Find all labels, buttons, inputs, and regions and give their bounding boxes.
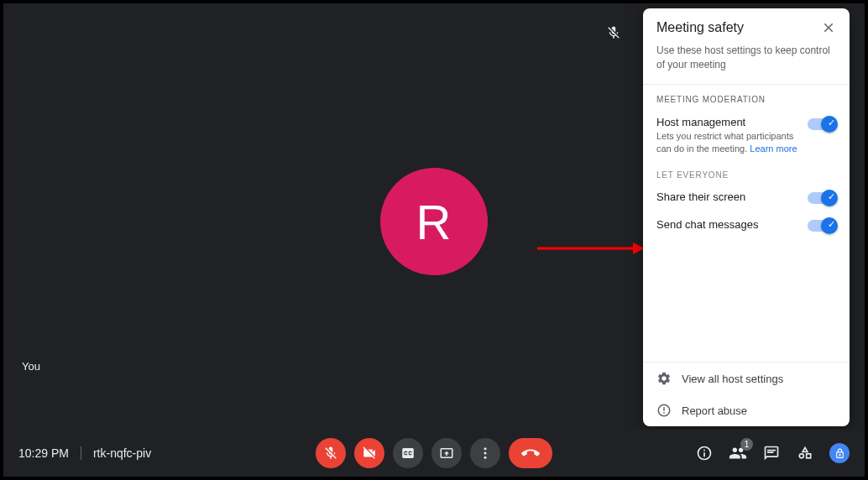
view-all-host-settings-button[interactable]: View all host settings — [643, 363, 850, 394]
activities-button[interactable] — [796, 444, 814, 462]
host-management-toggle[interactable]: ✓ — [808, 118, 836, 130]
host-controls-button[interactable] — [829, 443, 850, 463]
chat-button[interactable] — [762, 444, 781, 462]
participants-count-badge: 1 — [740, 438, 753, 451]
shapes-icon — [797, 445, 813, 462]
camera-button[interactable] — [354, 438, 384, 468]
bottom-right: 1 — [695, 443, 850, 463]
host-management-sub: Lets you restrict what participants can … — [656, 130, 799, 156]
svg-point-4 — [484, 452, 487, 455]
participants-button[interactable]: 1 — [729, 444, 747, 462]
panel-footer: View all host settings Report abuse — [643, 362, 850, 426]
more-options-button[interactable] — [470, 438, 500, 468]
present-button[interactable] — [431, 438, 462, 468]
info-icon — [696, 445, 713, 462]
share-screen-row: Share their screen ✓ — [643, 183, 850, 211]
svg-rect-8 — [807, 454, 811, 458]
hangup-icon — [521, 444, 540, 462]
panel-description: Use these host settings to keep control … — [643, 44, 850, 84]
svg-point-7 — [799, 454, 803, 458]
more-vert-icon — [478, 446, 493, 461]
microphone-button[interactable] — [316, 438, 346, 468]
center-controls — [316, 438, 552, 468]
report-abuse-button[interactable]: Report abuse — [643, 394, 850, 426]
host-management-row: Host management Lets you restrict what p… — [643, 111, 850, 161]
close-panel-button[interactable] — [821, 20, 836, 35]
self-label: You — [22, 360, 40, 373]
report-icon — [656, 403, 672, 418]
gear-icon — [656, 371, 672, 386]
let-everyone-title: LET EVERYONE — [643, 160, 850, 183]
svg-point-3 — [484, 447, 487, 450]
panel-title: Meeting safety — [656, 20, 744, 35]
host-management-label: Host management — [656, 116, 799, 128]
captions-icon — [400, 446, 416, 461]
meeting-details-button[interactable] — [695, 444, 714, 462]
camera-off-icon — [362, 446, 377, 461]
participant-avatar: R — [380, 168, 488, 275]
panel-header: Meeting safety — [643, 8, 850, 44]
send-chat-label: Send chat messages — [656, 218, 758, 231]
mic-muted-icon — [606, 25, 621, 40]
leave-call-button[interactable] — [509, 438, 552, 468]
mic-off-icon — [323, 446, 338, 461]
present-icon — [439, 446, 454, 461]
section-moderation-title: MEETING MODERATION — [643, 85, 850, 111]
meet-app: R You Meeting safety Use these host sett… — [0, 0, 868, 480]
bottom-left: 10:29 PM rtk-nqfc-piv — [18, 446, 151, 460]
svg-point-5 — [484, 457, 487, 459]
chat-icon — [763, 445, 780, 462]
captions-button[interactable] — [393, 438, 423, 468]
learn-more-link[interactable]: Learn more — [750, 143, 797, 154]
clock-time: 10:29 PM — [18, 446, 69, 460]
bottom-bar: 10:29 PM rtk-nqfc-piv — [3, 430, 865, 477]
meeting-code: rtk-nqfc-piv — [93, 446, 151, 460]
share-screen-toggle[interactable]: ✓ — [808, 192, 836, 204]
send-chat-toggle[interactable]: ✓ — [808, 220, 836, 232]
send-chat-row: Send chat messages ✓ — [643, 211, 850, 238]
divider — [81, 446, 81, 460]
avatar-letter: R — [416, 194, 452, 250]
meeting-safety-panel: Meeting safety Use these host settings t… — [643, 8, 850, 426]
share-screen-label: Share their screen — [656, 190, 745, 203]
lock-icon — [834, 448, 845, 459]
